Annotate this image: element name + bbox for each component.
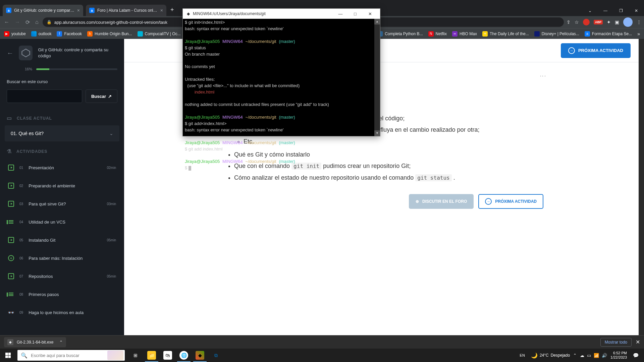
taskbar-clock[interactable]: 6:52 PM 1/22/2023 — [610, 351, 627, 360]
task-view-icon[interactable]: ⊞ — [127, 349, 144, 362]
tab-1[interactable]: a Git y GitHub: controle y compart… × — [3, 5, 83, 16]
file-explorer-icon[interactable]: 📁 — [144, 349, 160, 362]
toolbar-actions: ⇪ ☆ ABP ✦ ▣ ⋮ — [567, 17, 641, 27]
download-item[interactable]: ◆ Git-2.39.1-64-bit.exe ⌃ — [4, 337, 66, 347]
activity-item[interactable]: 02Preparando el ambiente — [5, 177, 119, 195]
recording-icon[interactable] — [583, 19, 590, 25]
terminal-titlebar[interactable]: ◆ MINGW64:/c/Users/Jiraya/documents/git … — [183, 9, 380, 19]
activity-item[interactable]: 01Presentación02min — [5, 159, 119, 177]
close-icon[interactable]: × — [160, 8, 163, 13]
more-menu-icon[interactable]: ⋮ — [539, 73, 547, 78]
notifications-icon[interactable]: 💬 — [630, 353, 641, 358]
close-icon[interactable]: ✕ — [363, 9, 377, 18]
search-input[interactable] — [7, 89, 82, 103]
activity-number: 07 — [19, 275, 23, 278]
onedrive-icon[interactable]: ☁ — [580, 353, 584, 358]
humble-icon: h — [87, 31, 93, 37]
chevron-up-icon[interactable]: ⌃ — [59, 340, 63, 345]
bookmark-hbo[interactable]: mHBO Max — [452, 31, 477, 37]
list-item: Cómo analizar el estado de nuestro repos… — [234, 173, 543, 183]
weather-widget[interactable]: 🌙 24°C Despejado — [531, 352, 570, 359]
scroll-down-icon[interactable]: ▼ — [374, 130, 380, 136]
taskbar-apps: ⊞ 📁 🛍 🌐 ◆ ⧉ — [127, 349, 224, 362]
bookmark-compucali[interactable]: CompucaliTV | Oc... — [138, 31, 181, 37]
tab-2[interactable]: a Foro | Alura Latam - Cursos onlin… × — [86, 5, 166, 16]
minimize-icon[interactable]: — — [598, 5, 613, 16]
bookmark-python[interactable]: Completa Python B... — [377, 31, 423, 37]
bookmark-youtube[interactable]: ▶youtube — [4, 31, 26, 37]
microsoft-store-icon[interactable]: 🛍 — [160, 349, 176, 362]
next-activity-button-top[interactable]: → PRÓXIMA ACTIVIDAD — [561, 43, 631, 58]
terminal-scrollbar[interactable]: ▲ ▼ — [374, 19, 380, 136]
language-indicator[interactable]: EN — [517, 353, 528, 357]
activity-item[interactable]: 07Repositorios05min — [5, 267, 119, 285]
activity-number: 06 — [19, 256, 23, 260]
progress-bar — [36, 68, 117, 70]
search-button[interactable]: Buscar↗ — [86, 89, 117, 103]
bookmark-daily[interactable]: ✦The Daily Life of the... — [482, 31, 529, 37]
current-class-item[interactable]: 01. Qué es Git? ⌄ — [5, 125, 119, 141]
activity-item[interactable]: 03Para qué sirve Git?03min — [5, 195, 119, 213]
menu-icon[interactable]: ⋮ — [637, 19, 641, 25]
chevron-down-icon: ⌄ — [109, 131, 113, 136]
start-button[interactable] — [0, 349, 16, 362]
back-arrow-icon[interactable]: ← — [7, 49, 13, 57]
close-icon[interactable]: × — [77, 8, 80, 13]
arrow-right-circle-icon: → — [568, 47, 575, 54]
new-tab-button[interactable]: + — [170, 6, 174, 13]
share-icon[interactable]: ⇪ — [567, 19, 571, 25]
activity-item[interactable]: 05Instalando Git05min — [5, 231, 119, 249]
bookmark-humble[interactable]: hHumble Origin Bun... — [87, 31, 132, 37]
chevron-down-icon[interactable]: ⌄ — [582, 5, 598, 16]
list-icon — [8, 291, 14, 297]
activity-item[interactable]: 04Utilidad de un VCS — [5, 213, 119, 231]
extensions-icon[interactable]: ✦ — [607, 19, 611, 25]
bookmarks-overflow-icon[interactable]: » — [637, 31, 640, 37]
vscode-icon[interactable]: ⧉ — [208, 349, 224, 362]
course-title: Git y GitHub: controle y comparta su cód… — [38, 47, 117, 59]
mingw-icon: ◆ — [185, 11, 191, 16]
content-actions: ⊕ DISCUTIR EN EL FORO → PRÓXIMA ACTIVIDA… — [225, 194, 543, 209]
maximize-icon[interactable]: □ — [348, 9, 363, 18]
git-bash-icon[interactable]: ◆ — [192, 349, 208, 362]
close-icon[interactable]: ✕ — [629, 5, 644, 16]
show-all-downloads-button[interactable]: Mostrar todo — [600, 338, 632, 347]
bluetooth-icon[interactable]: ▭ — [587, 353, 591, 358]
activity-item[interactable]: +06Para saber más: Instalación — [5, 249, 119, 267]
bookmark-netflix[interactable]: NNetflix — [428, 31, 447, 37]
wifi-icon[interactable]: 📶 — [594, 353, 599, 358]
forward-icon[interactable]: → — [13, 18, 21, 26]
back-icon[interactable]: ← — [3, 18, 11, 26]
maximize-icon[interactable]: ❐ — [613, 5, 629, 16]
page-scrollbar[interactable] — [639, 39, 644, 335]
discuss-forum-button[interactable]: ⊕ DISCUTIR EN EL FORO — [409, 194, 474, 209]
binoculars-icon: 👓 — [8, 309, 14, 315]
terminal-body[interactable]: $ git init<index.html> bash: syntax erro… — [183, 19, 380, 136]
close-icon[interactable]: ✕ — [636, 339, 640, 345]
taskbar-search[interactable]: 🔍 — [17, 350, 125, 361]
avatar[interactable] — [623, 17, 633, 27]
bookmark-facebook[interactable]: fFacebook — [57, 31, 82, 37]
star-icon[interactable]: ☆ — [575, 19, 579, 25]
bookmark-formacion[interactable]: aFormación Etapa Se... — [585, 31, 632, 37]
activity-number: 05 — [19, 238, 23, 242]
activity-item[interactable]: 08Primeros pasos — [5, 285, 119, 303]
next-activity-button-bottom[interactable]: → PRÓXIMA ACTIVIDAD — [478, 194, 543, 209]
activity-title: Preparando el ambiente — [29, 183, 111, 188]
bookmark-disney[interactable]: Disney+ | Películas... — [534, 31, 579, 37]
globe-icon: ⊕ — [416, 199, 419, 204]
reload-icon[interactable]: ⟳ — [24, 18, 31, 27]
activity-item[interactable]: 👓09Haga lo que hicimos en aula — [5, 303, 119, 321]
home-icon[interactable]: ⌂ — [34, 18, 40, 26]
minimize-icon[interactable]: — — [333, 9, 348, 18]
volume-icon[interactable]: 🔊 — [602, 353, 607, 358]
flask-icon: ⚗ — [7, 148, 12, 155]
chrome-icon[interactable]: 🌐 — [176, 349, 192, 362]
sidepanel-icon[interactable]: ▣ — [615, 19, 619, 25]
scroll-up-icon[interactable]: ▲ — [374, 19, 380, 24]
bookmark-outlook[interactable]: outlook — [31, 31, 52, 37]
chevron-up-icon[interactable]: ⌃ — [573, 353, 577, 358]
downloads-bar: ◆ Git-2.39.1-64-bit.exe ⌃ Mostrar todo ✕ — [0, 335, 644, 349]
git-bash-terminal: ◆ MINGW64:/c/Users/Jiraya/documents/git … — [182, 8, 380, 136]
abp-icon[interactable]: ABP — [594, 20, 603, 24]
